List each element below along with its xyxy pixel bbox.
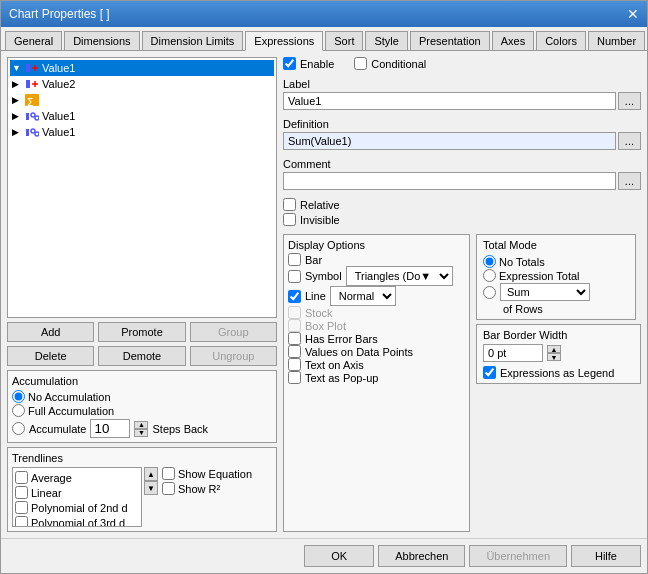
trendlines-title: Trendlines <box>12 452 272 464</box>
trend-scroll-up[interactable]: ▲ <box>144 467 158 481</box>
trendlines-list[interactable]: Average Linear Polynomial of 2nd d <box>12 467 142 527</box>
line-select[interactable]: Normal <box>330 286 396 306</box>
tab-general[interactable]: General <box>5 31 62 50</box>
comment-input[interactable] <box>283 172 616 190</box>
definition-input[interactable] <box>283 132 616 150</box>
bar-border-input[interactable] <box>483 344 543 362</box>
item-icon-0 <box>24 61 40 75</box>
label-input[interactable] <box>283 92 616 110</box>
stock-checkbox[interactable] <box>288 306 301 319</box>
text-as-popup-label: Text as Pop-up <box>305 372 378 384</box>
definition-ellipsis-button[interactable]: ... <box>618 132 641 150</box>
expand-icon-1: ▶ <box>12 79 24 89</box>
group-button[interactable]: Group <box>190 322 277 342</box>
expr-total-radio[interactable] <box>483 269 496 282</box>
relative-checkbox[interactable] <box>283 198 296 211</box>
no-totals-radio[interactable] <box>483 255 496 268</box>
lower-right: Display Options Bar Symbol Triangles (Do… <box>283 234 641 532</box>
ubernehmen-button[interactable]: Übernehmen <box>469 545 567 567</box>
label-ellipsis-button[interactable]: ... <box>618 92 641 110</box>
trend-scroll-down[interactable]: ▼ <box>144 481 158 495</box>
comment-input-row: ... <box>283 172 641 190</box>
expression-tree[interactable]: ▼ Value1 ▶ Value2 <box>7 57 277 318</box>
sum-select[interactable]: Sum <box>500 283 590 301</box>
enable-checkbox[interactable] <box>283 57 296 70</box>
right-panel: Enable Conditional Label ... <box>283 57 641 532</box>
bar-border-input-row: ▲ ▼ <box>483 344 634 362</box>
values-data-points-label: Values on Data Points <box>305 346 413 358</box>
ungroup-button[interactable]: Ungroup <box>190 346 277 366</box>
tree-item-label-1: Value2 <box>42 78 75 90</box>
trendlines-section: Trendlines Average Linear <box>7 447 277 532</box>
label-input-row: ... <box>283 92 641 110</box>
error-bars-row: Has Error Bars <box>288 332 465 345</box>
accum-steps-input[interactable] <box>90 419 130 438</box>
tab-expressions[interactable]: Expressions <box>245 31 323 51</box>
total-sum-row: Sum <box>483 283 629 301</box>
display-options-section: Display Options Bar Symbol Triangles (Do… <box>283 234 470 532</box>
tree-item-3[interactable]: ▶ Value1 <box>10 108 274 124</box>
tree-item-2[interactable]: ▶ ∑ <box>10 92 274 108</box>
svg-point-12 <box>31 129 35 133</box>
steps-spin-down[interactable]: ▼ <box>134 429 148 437</box>
values-data-points-checkbox[interactable] <box>288 345 301 358</box>
svg-point-13 <box>35 132 39 136</box>
close-button[interactable]: ✕ <box>627 6 639 22</box>
bar-spin-down[interactable]: ▼ <box>547 353 561 361</box>
box-plot-checkbox[interactable] <box>288 319 301 332</box>
expr-legend-label: Expressions as Legend <box>500 367 614 379</box>
expr-legend-checkbox[interactable] <box>483 366 496 379</box>
no-totals-row: No Totals <box>483 255 629 268</box>
sum-radio[interactable] <box>483 286 496 299</box>
invisible-checkbox[interactable] <box>283 213 296 226</box>
tab-presentation[interactable]: Presentation <box>410 31 490 50</box>
ok-button[interactable]: OK <box>304 545 374 567</box>
tree-item-0[interactable]: ▼ Value1 <box>10 60 274 76</box>
item-icon-2: ∑ <box>24 93 40 107</box>
bar-spin-up[interactable]: ▲ <box>547 345 561 353</box>
label-section: Label ... <box>283 78 641 110</box>
delete-button[interactable]: Delete <box>7 346 94 366</box>
hilfe-button[interactable]: Hilfe <box>571 545 641 567</box>
abbrechen-button[interactable]: Abbrechen <box>378 545 465 567</box>
demote-button[interactable]: Demote <box>98 346 185 366</box>
btn-row-2: Delete Demote Ungroup <box>7 346 277 366</box>
add-button[interactable]: Add <box>7 322 94 342</box>
comment-ellipsis-button[interactable]: ... <box>618 172 641 190</box>
tab-dimension-limits[interactable]: Dimension Limits <box>142 31 244 50</box>
accum-steps-radio[interactable] <box>12 422 25 435</box>
chart-properties-window: Chart Properties [ ] ✕ General Dimension… <box>0 0 648 574</box>
trendlines-options: Show Equation Show R² <box>162 467 252 527</box>
symbol-label: Symbol <box>305 270 342 282</box>
accum-full-radio[interactable] <box>12 404 25 417</box>
steps-spin-up[interactable]: ▲ <box>134 421 148 429</box>
tab-sort[interactable]: Sort <box>325 31 363 50</box>
tree-item-1[interactable]: ▶ Value2 <box>10 76 274 92</box>
definition-section: Definition ... <box>283 118 641 150</box>
conditional-checkbox[interactable] <box>354 57 367 70</box>
tab-axes[interactable]: Axes <box>492 31 534 50</box>
promote-button[interactable]: Promote <box>98 322 185 342</box>
symbol-checkbox[interactable] <box>288 270 301 283</box>
tab-colors[interactable]: Colors <box>536 31 586 50</box>
accum-no-radio[interactable] <box>12 390 25 403</box>
trend-poly2-check[interactable] <box>15 501 28 514</box>
tree-item-4[interactable]: ▶ Value1 <box>10 124 274 140</box>
tab-number[interactable]: Number <box>588 31 645 50</box>
trend-average-check[interactable] <box>15 471 28 484</box>
tab-dimensions[interactable]: Dimensions <box>64 31 139 50</box>
enable-row: Enable Conditional <box>283 57 641 70</box>
bar-checkbox[interactable] <box>288 253 301 266</box>
error-bars-checkbox[interactable] <box>288 332 301 345</box>
show-r2-check[interactable] <box>162 482 175 495</box>
symbol-select[interactable]: Triangles (Do▼ <box>346 266 453 286</box>
text-as-popup-checkbox[interactable] <box>288 371 301 384</box>
tab-style[interactable]: Style <box>365 31 407 50</box>
line-checkbox[interactable] <box>288 290 301 303</box>
show-equation-check[interactable] <box>162 467 175 480</box>
accum-full-label: Full Accumulation <box>28 405 114 417</box>
text-on-axis-checkbox[interactable] <box>288 358 301 371</box>
trend-linear-check[interactable] <box>15 486 28 499</box>
trend-poly3-check[interactable] <box>15 516 28 527</box>
svg-text:∑: ∑ <box>27 96 33 106</box>
